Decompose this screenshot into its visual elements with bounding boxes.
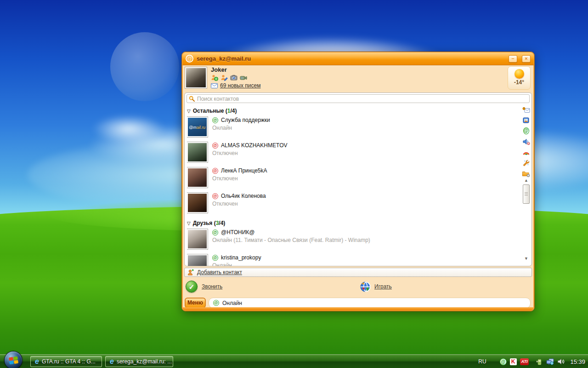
network-tray-icon[interactable]: [546, 358, 554, 365]
contact-name: @НТОНИК@: [221, 229, 254, 236]
contact-group-header[interactable]: ▽ Друзья (3/4): [187, 218, 520, 228]
contact-status-text: Отключен: [212, 201, 520, 207]
cloud: [92, 115, 165, 143]
news-icon[interactable]: [522, 106, 530, 114]
power-tray-icon[interactable]: [536, 358, 543, 365]
svg-text:@: @: [527, 143, 530, 145]
contact-name: ЛенкА Принце5kА: [221, 167, 267, 174]
my-status-text: Онлайн: [222, 300, 242, 306]
svg-text:*: *: [524, 160, 526, 163]
contact-row[interactable]: @ ALMAS KOZHAKHMETOV Отключен: [187, 141, 520, 167]
internet-explorer-icon: e: [110, 358, 114, 365]
my-status-bar[interactable]: @ Онлайн: [209, 298, 531, 308]
kaspersky-tray-icon[interactable]: K: [510, 358, 517, 365]
status-icon[interactable]: [211, 74, 218, 81]
profile-name: Joker: [211, 66, 260, 73]
contact-list-scrollbar[interactable]: ▲ ▼: [522, 178, 530, 261]
volume-tray-icon[interactable]: [557, 358, 565, 365]
contact-row[interactable]: @ ЛенкА Принце5kА Отключен: [187, 167, 520, 192]
scrollbar-thumb[interactable]: [523, 184, 530, 204]
window-titlebar[interactable]: @ serega_kz@mail.ru – ×: [182, 52, 534, 65]
start-button[interactable]: [4, 351, 23, 368]
group-total-count: /4: [219, 220, 223, 226]
taskbar: RU @ K ATI 15:39 e GTA.ru :: GTA 4 :: G.…: [0, 354, 588, 368]
add-contact-icon: [187, 269, 194, 276]
contact-row[interactable]: @mail.ru @ Служба поддержки Онлайн: [187, 116, 520, 141]
search-box[interactable]: [187, 94, 530, 103]
minimize-button[interactable]: –: [509, 55, 517, 63]
sidebar-icon-strip: @ @ **: [522, 106, 531, 180]
files-icon[interactable]: [522, 169, 530, 177]
window-bottom-edge: [182, 307, 534, 310]
weather-widget[interactable]: -14°: [508, 66, 531, 90]
edit-profile-icon[interactable]: [220, 74, 228, 81]
collapse-icon[interactable]: ▽: [187, 221, 191, 226]
profile-header: Joker 69 новых писем -14°: [183, 65, 533, 92]
voice-icon[interactable]: @: [522, 138, 530, 145]
video-icon[interactable]: [240, 74, 247, 81]
weather-temperature: -14°: [508, 79, 530, 86]
system-tray: RU @ K ATI 15:39: [478, 355, 585, 368]
settings-icon[interactable]: **: [522, 159, 530, 167]
contact-avatar[interactable]: [187, 167, 208, 188]
user-avatar[interactable]: [185, 67, 207, 88]
contact-status-icon: @: [212, 143, 218, 149]
contact-list: ▽ Остальные (1/4) @mail.ru @ Служба подд…: [187, 105, 520, 266]
games-globe-icon[interactable]: [360, 282, 371, 292]
add-contact-bar[interactable]: Добавить контакт: [184, 268, 532, 277]
contact-group-header[interactable]: ▽ Остальные (1/4): [187, 106, 520, 116]
contact-row[interactable]: @ Оль4ик Коленова Отключен: [187, 192, 520, 217]
call-link[interactable]: Звонить: [202, 283, 222, 290]
envelope-icon: [211, 83, 218, 88]
scroll-down-icon[interactable]: ▼: [522, 256, 530, 261]
contact-status-text: Отключен: [212, 150, 520, 156]
group-name: Остальные: [193, 108, 224, 114]
contact-avatar[interactable]: [187, 254, 208, 266]
language-indicator[interactable]: RU: [478, 358, 486, 365]
contact-avatar[interactable]: [187, 142, 208, 162]
profile-action-icons: [211, 74, 260, 81]
close-button[interactable]: ×: [522, 55, 531, 63]
moon: [110, 32, 179, 101]
contact-status-icon: @: [212, 230, 218, 236]
taskbar-task-button[interactable]: e serega_kz@mail.ru: ...: [105, 356, 173, 367]
mailru-logo-icon: @: [186, 55, 193, 63]
contact-avatar[interactable]: @mail.ru: [187, 117, 208, 137]
contact-row[interactable]: @ @НТОНИК@ Онлайн (11. Тимати - Опасные …: [187, 228, 520, 253]
contact-avatar[interactable]: [187, 193, 208, 213]
svg-text:*: *: [527, 163, 529, 166]
contact-avatar[interactable]: [187, 229, 208, 249]
contacts-panel: ▽ Остальные (1/4) @mail.ru @ Служба подд…: [184, 92, 532, 266]
messenger-window: @ serega_kz@mail.ru – × Joker 69 новых п…: [181, 52, 535, 311]
scroll-up-icon[interactable]: ▲: [522, 178, 530, 183]
photo-icon[interactable]: [230, 74, 237, 81]
menu-button[interactable]: Меню: [185, 298, 206, 308]
contact-status-icon: @: [212, 255, 218, 261]
agent-tray-icon[interactable]: @: [500, 358, 507, 365]
ati-tray-icon[interactable]: ATI: [520, 358, 529, 365]
play-row: Играть: [360, 281, 392, 293]
sun-icon: [514, 69, 524, 79]
contact-name: kristina_prokopy: [221, 254, 261, 261]
collapse-icon[interactable]: ▽: [187, 109, 191, 114]
contact-row[interactable]: @ kristina_prokopy Онлайн: [187, 253, 520, 266]
call-row: ✓ Звонить: [186, 280, 222, 293]
call-icon[interactable]: ✓: [186, 281, 198, 293]
new-mail-link[interactable]: 69 новых писем: [220, 82, 260, 89]
play-link[interactable]: Играть: [374, 283, 392, 290]
contact-name: ALMAS KOZHAKHMETOV: [221, 142, 287, 149]
world-icon[interactable]: [522, 148, 530, 156]
windows-logo-icon: [9, 356, 18, 364]
internet-explorer-icon: e: [35, 358, 39, 365]
add-contact-link[interactable]: Добавить контакт: [197, 269, 242, 276]
photos-icon[interactable]: [522, 116, 530, 124]
taskbar-task-button[interactable]: e GTA.ru :: GTA 4 :: G...: [30, 356, 102, 367]
contact-status-text: Отключен: [212, 175, 520, 182]
agent-icon[interactable]: @: [522, 127, 530, 135]
taskbar-clock[interactable]: 15:39: [570, 358, 585, 365]
online-status-icon: @: [213, 300, 219, 306]
search-input[interactable]: [197, 96, 527, 102]
contact-status-icon: @: [212, 193, 218, 199]
contact-status-icon: @: [212, 168, 218, 174]
window-title: serega_kz@mail.ru: [197, 55, 504, 62]
